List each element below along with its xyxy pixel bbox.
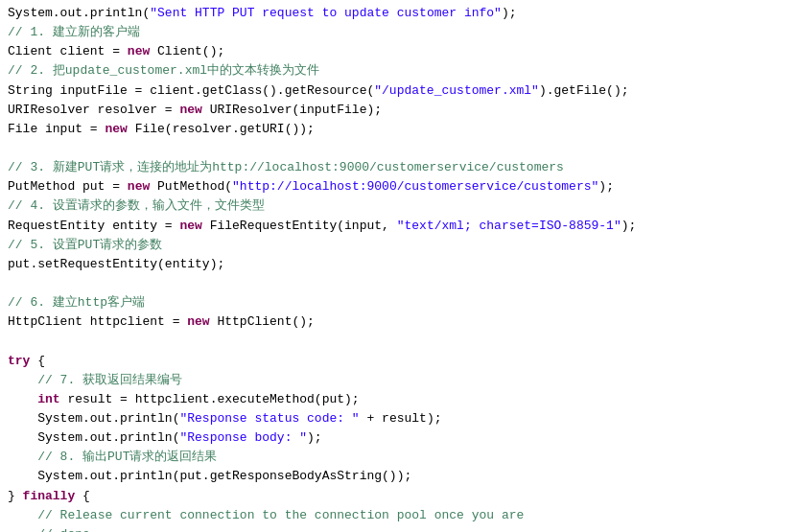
code-line-24: // 8. 输出PUT请求的返回结果: [8, 448, 789, 467]
code-line-5: String inputFile = client.getClass().get…: [8, 81, 789, 101]
code-line-21: int result = httpclient.executeMethod(pu…: [8, 390, 789, 409]
code-line-28: // done: [8, 525, 789, 532]
code-line-4: // 2. 把update_customer.xml中的文本转换为文件: [8, 61, 789, 81]
code-line-3: Client client = new Client();: [8, 42, 789, 61]
code-line-14: put.setRequestEntity(entity);: [8, 255, 789, 274]
code-line-11: // 4. 设置请求的参数，输入文件，文件类型: [8, 197, 789, 216]
code-line-12: RequestEntity entity = new FileRequestEn…: [8, 217, 789, 236]
code-line-23: System.out.println("Response body: ");: [8, 428, 789, 448]
code-line-26: } finally {: [8, 487, 789, 506]
code-line-10: PutMethod put = new PutMethod("http://lo…: [8, 177, 789, 197]
code-line-1: System.out.println("Sent HTTP PUT reques…: [8, 4, 789, 23]
code-line-8: [8, 139, 789, 158]
code-line-16: // 6. 建立http客户端: [8, 293, 789, 312]
code-line-6: URIResolver resolver = new URIResolver(i…: [8, 101, 789, 120]
code-line-20: // 7. 获取返回结果编号: [8, 371, 789, 390]
code-line-25: System.out.println(put.getResponseBodyAs…: [8, 467, 789, 486]
code-line-7: File input = new File(resolver.getURI())…: [8, 120, 789, 139]
code-line-27: // Release current connection to the con…: [8, 506, 789, 525]
code-line-17: HttpClient httpclient = new HttpClient()…: [8, 312, 789, 332]
code-line-19: try {: [8, 352, 789, 371]
code-line-9: // 3. 新建PUT请求，连接的地址为http://localhost:900…: [8, 158, 789, 177]
code-line-15: [8, 274, 789, 293]
code-line-18: [8, 332, 789, 351]
code-line-13: // 5. 设置PUT请求的参数: [8, 236, 789, 255]
code-block: System.out.println("Sent HTTP PUT reques…: [0, 0, 797, 532]
code-line-2: // 1. 建立新的客户端: [8, 23, 789, 42]
code-line-22: System.out.println("Response status code…: [8, 409, 789, 428]
